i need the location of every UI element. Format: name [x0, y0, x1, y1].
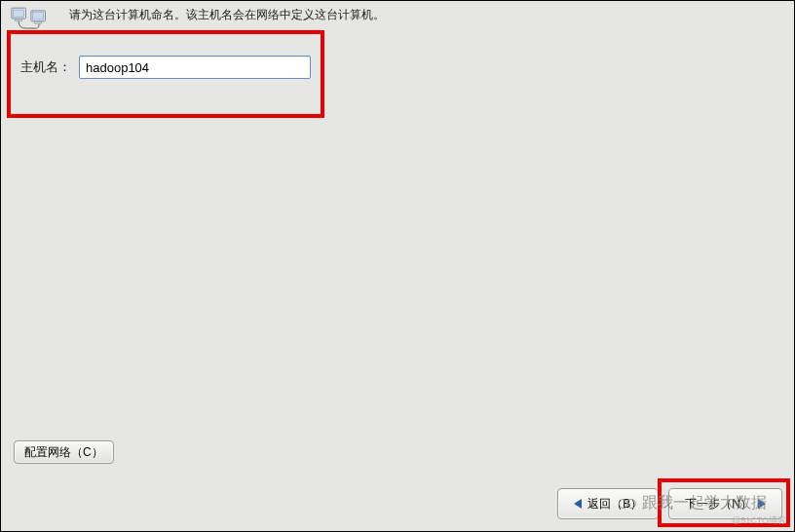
svg-rect-5	[35, 22, 42, 24]
back-button-label: 返回（B）	[587, 496, 642, 513]
hostname-label: 主机名：	[20, 58, 71, 76]
instruction-text: 请为这台计算机命名。该主机名会在网络中定义这台计算机。	[69, 5, 385, 23]
arrow-left-icon	[574, 499, 582, 509]
svg-rect-1	[14, 10, 24, 17]
next-button[interactable]: 下一步（N）	[668, 488, 782, 519]
arrow-right-icon	[758, 499, 766, 509]
hostname-input[interactable]	[79, 56, 311, 79]
back-button[interactable]: 返回（B）	[557, 488, 659, 519]
hostname-highlight-box: 主机名：	[7, 30, 324, 118]
next-button-label: 下一步（N）	[685, 496, 752, 513]
nav-buttons: 返回（B） 下一步（N）	[1, 488, 794, 519]
configure-network-button[interactable]: 配置网络（C）	[14, 440, 114, 464]
svg-rect-4	[33, 13, 44, 19]
svg-rect-2	[16, 19, 22, 21]
